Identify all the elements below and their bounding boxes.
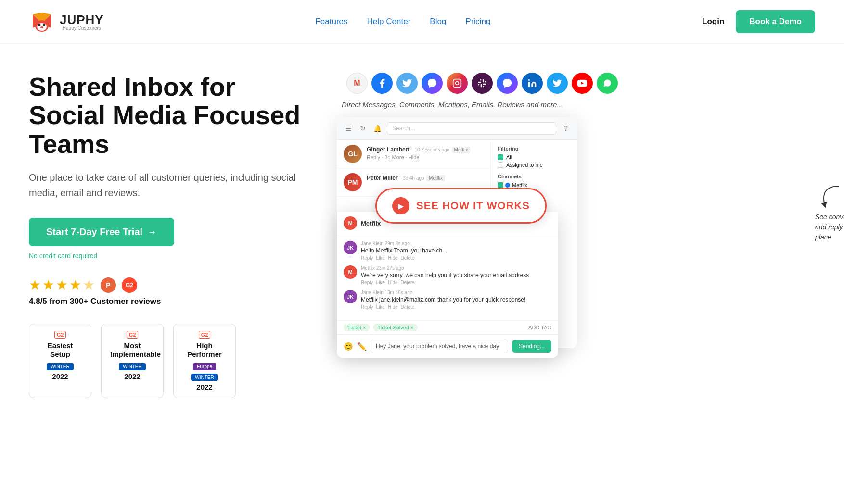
svg-point-7 (38, 24, 41, 26)
chat-emoji-icon[interactable]: 😊 (344, 342, 353, 351)
chat-tag-ticket[interactable]: Ticket × (344, 324, 370, 331)
g2-badge-header: G2 (122, 277, 137, 293)
annotation: See conversation history and reply back … (815, 181, 844, 242)
badge-year-3: 2022 (182, 383, 227, 391)
chat-content-3: Jane Klein 13m 46s ago Metflix jane.klei… (361, 290, 525, 310)
avatar-ginger: GL (344, 145, 362, 163)
annotation-text: See conversation history and reply back … (815, 212, 844, 242)
stars-row: ★ ★ ★ ★ ★ P G2 (29, 277, 318, 293)
hero-title: Shared Inbox for Social Media Focused Te… (29, 73, 318, 158)
star-1: ★ (29, 277, 41, 293)
chat-time-1: 29m 3s ago (384, 241, 409, 246)
svg-rect-10 (453, 79, 461, 88)
badge-title-3: High Performer (182, 341, 227, 359)
chat-attach-icon[interactable]: ✏️ (357, 342, 367, 351)
nav-help-center[interactable]: Help Center (367, 17, 411, 26)
trial-btn-label: Start 7-Day Free Trial (46, 227, 142, 238)
sidebar-channels-title: Channels (498, 174, 571, 179)
sidebar-ch-1[interactable]: Metflix (498, 182, 571, 188)
messenger-icon (422, 73, 443, 94)
youtube-icon (572, 73, 593, 94)
review-text: 4.8/5 from 300+ Customer reviews (29, 297, 318, 306)
slack-icon (472, 73, 493, 94)
sidebar-filtering-title: Filtering (498, 146, 571, 151)
badge-season-2: WINTER (119, 363, 145, 370)
nav-features[interactable]: Features (315, 17, 347, 26)
chat-input[interactable]: Hey Jane, your problem solved, have a ni… (371, 340, 508, 353)
svg-point-9 (40, 26, 43, 28)
chat-msg-3: JK Jane Klein 13m 46s ago Metflix jane.k… (344, 290, 551, 310)
main-content: Shared Inbox for Social Media Focused Te… (0, 44, 844, 428)
mockup-search[interactable]: Search... (387, 122, 556, 135)
sidebar-filtering: Filtering All Assigned to me (498, 146, 571, 168)
star-5: ★ (83, 277, 95, 293)
chat-avatar-3: JK (344, 290, 357, 303)
gmail-icon: M (346, 73, 368, 94)
chat-msg-2: M Metflix 23m 27s ago We're very sorry, … (344, 265, 551, 285)
chat-tag-solved[interactable]: Ticket Solved × (373, 324, 417, 331)
login-button[interactable]: Login (702, 17, 724, 26)
twitter-icon (547, 73, 568, 94)
chat-actions-1: Reply Like Hide Delete (361, 255, 447, 261)
instagram-icon (447, 73, 468, 94)
conv-tag-1: Metflix (452, 147, 471, 153)
chat-time-3: 13m 46s ago (384, 290, 412, 295)
channels-subtitle: Direct Messages, Comments, Mentions, Ema… (342, 101, 815, 109)
mockup-toolbar: ☰ ↻ 🔔 Search... ? (337, 117, 577, 140)
chat-msg-1: JK Jane Klein 29m 3s ago Hello Metflix T… (344, 241, 551, 261)
linkedin-icon (522, 73, 543, 94)
star-2: ★ (42, 277, 54, 293)
badge-easiest-setup: G2 Easiest Setup WINTER 2022 (29, 324, 91, 398)
sidebar-filter-assigned[interactable]: Assigned to me (498, 162, 571, 168)
g2-logo-1: G2 (54, 331, 66, 339)
filter-all-cb (498, 154, 503, 160)
send-button[interactable]: Sending... (512, 340, 551, 353)
add-tag-btn[interactable]: ADD TAG (528, 325, 551, 330)
chat-brand-avatar: M (344, 216, 357, 230)
g2-logo-3: G2 (199, 331, 211, 339)
main-nav: Features Help Center Blog Pricing (315, 17, 490, 26)
twitter-bird-icon (396, 73, 418, 94)
nav-pricing[interactable]: Pricing (465, 17, 490, 26)
chat-meta-3: Jane Klein 13m 46s ago (361, 290, 525, 295)
star-4: ★ (69, 277, 81, 293)
see-how-button[interactable]: ▶ SEE HOW IT WORKS (375, 188, 547, 224)
hero-right-inner: M (337, 73, 815, 348)
filter-all-label: All (506, 154, 512, 160)
chat-card: M Metflix JK Jane Klein 29m 3s ago Hello… (337, 212, 558, 358)
conv-name-1: Ginger Lambert (367, 146, 409, 153)
badge-year-1: 2022 (38, 372, 82, 380)
ch-label-1: Metflix (512, 182, 527, 188)
list-icon: ☰ (344, 124, 353, 133)
header-right: Login Book a Demo (702, 10, 815, 33)
book-demo-button[interactable]: Book a Demo (736, 10, 815, 33)
chat-tags-bar: Ticket × Ticket Solved × ADD TAG (337, 320, 558, 335)
chat-content-1: Jane Klein 29m 3s ago Hello Metflix Team… (361, 241, 447, 261)
producthunt-badge: P (101, 277, 116, 293)
trial-button[interactable]: Start 7-Day Free Trial → (29, 218, 174, 246)
chat-actions-3: Reply Like Hide Delete (361, 304, 525, 310)
badge-title-2: Most Implementable (110, 341, 154, 359)
header: JUPHY Happy Customers Features Help Cent… (0, 0, 844, 44)
avatar-peter: PM (344, 173, 362, 191)
svg-point-12 (528, 79, 530, 81)
g2-badges-row: G2 Easiest Setup WINTER 2022 G2 Most Imp… (29, 324, 318, 398)
chat-sender-2: Metflix (361, 265, 375, 271)
conv-preview-1: Reply · 3d More · Hide (367, 154, 484, 160)
star-3: ★ (56, 277, 68, 293)
see-how-text: SEE HOW IT WORKS (416, 200, 530, 212)
badge-season-1: WINTER (47, 363, 73, 370)
sidebar-filter-all[interactable]: All (498, 154, 571, 160)
conversation-item-1[interactable]: GL Ginger Lambert 10 Seconds ago Metflix… (337, 140, 490, 168)
ch-cb-1 (498, 182, 503, 188)
social-icons-row: M (346, 73, 815, 94)
nav-blog[interactable]: Blog (430, 17, 446, 26)
badge-season-sub-3: Europe (193, 363, 216, 370)
refresh-icon: ↻ (358, 124, 368, 133)
facebook-icon (371, 73, 393, 94)
conv-info-2: Peter Miller 3d 4h ago Metflix (367, 173, 484, 182)
g2-logo-2: G2 (127, 331, 139, 339)
star-rating: ★ ★ ★ ★ ★ (29, 277, 95, 293)
chat-messages: JK Jane Klein 29m 3s ago Hello Metflix T… (337, 235, 558, 320)
hero-right: M (337, 73, 815, 409)
